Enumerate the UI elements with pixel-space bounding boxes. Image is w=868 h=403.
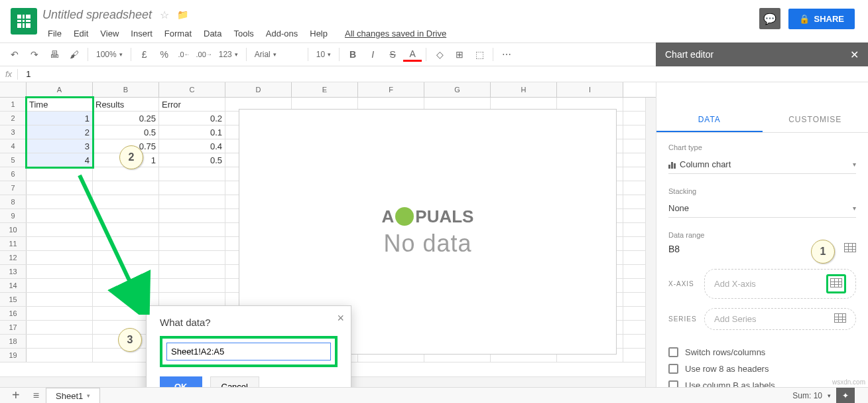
cell[interactable] [93, 223, 159, 236]
font-size-select[interactable]: 10 [312, 45, 335, 64]
cell[interactable] [93, 251, 159, 264]
stacking-select[interactable]: None [668, 199, 856, 218]
cell[interactable] [27, 209, 93, 222]
cell[interactable] [93, 181, 159, 195]
spreadsheet-grid[interactable]: A B C D E F G H I 1TimeResultsError210.2… [0, 82, 656, 387]
sheet-tab-sheet1[interactable]: Sheet1 [46, 388, 100, 404]
cell[interactable]: 0.5 [93, 125, 159, 139]
col-header-d[interactable]: D [225, 82, 292, 97]
cell[interactable] [27, 181, 93, 195]
print-button[interactable]: 🖶 [45, 45, 64, 64]
cell[interactable] [159, 181, 225, 195]
inc-decimal-button[interactable]: .00→ [195, 45, 214, 64]
row-header[interactable]: 9 [0, 209, 27, 222]
all-sheets-button[interactable]: ≡ [27, 390, 46, 402]
cell[interactable] [159, 237, 225, 250]
use-col-labels-checkbox[interactable]: Use column B as labels [668, 380, 856, 387]
status-sum[interactable]: Sum: 10 [792, 391, 822, 400]
add-sheet-button[interactable]: + [5, 388, 27, 403]
cell[interactable] [159, 251, 225, 264]
row-header[interactable]: 19 [0, 349, 27, 362]
cell[interactable] [27, 335, 93, 348]
star-icon[interactable]: ☆ [160, 9, 169, 21]
menu-edit[interactable]: Edit [68, 26, 93, 41]
italic-button[interactable]: I [363, 45, 382, 64]
font-select[interactable]: Arial [251, 45, 304, 64]
cell[interactable] [159, 279, 225, 292]
row-header[interactable]: 6 [0, 167, 27, 181]
dialog-close-icon[interactable]: × [337, 311, 344, 325]
row-header[interactable]: 15 [0, 293, 27, 306]
text-color-button[interactable]: A [403, 47, 422, 62]
row-header[interactable]: 8 [0, 195, 27, 208]
ok-button[interactable]: OK [160, 376, 202, 387]
row-header[interactable]: 11 [0, 237, 27, 250]
move-folder-icon[interactable]: 📁 [177, 9, 188, 20]
tab-data[interactable]: DATA [656, 106, 763, 132]
row-header[interactable]: 18 [0, 335, 27, 348]
paint-format-button[interactable]: 🖌 [65, 45, 84, 64]
col-header-c[interactable]: C [159, 82, 225, 97]
sheets-logo[interactable] [11, 8, 37, 35]
switch-rows-cols-checkbox[interactable]: Switch rows/columns [668, 347, 856, 357]
menu-view[interactable]: View [95, 26, 124, 41]
cancel-button[interactable]: Cancel [210, 376, 259, 387]
cell[interactable] [27, 279, 93, 292]
row-header[interactable]: 17 [0, 321, 27, 334]
comments-button[interactable]: 💬 [759, 8, 780, 29]
strike-button[interactable]: S [383, 45, 402, 64]
col-header-e[interactable]: E [292, 82, 358, 97]
col-header-b[interactable]: B [93, 82, 159, 97]
more-toolbar-button[interactable]: ⋯ [497, 45, 516, 64]
cell[interactable] [27, 265, 93, 278]
cell[interactable] [159, 265, 225, 278]
sidebar-close-icon[interactable]: ✕ [850, 48, 859, 61]
dec-decimal-button[interactable]: .0← [175, 45, 194, 64]
menu-insert[interactable]: Insert [125, 26, 158, 41]
menu-help[interactable]: Help [304, 26, 333, 41]
menu-file[interactable]: File [42, 26, 67, 41]
row-header[interactable]: 12 [0, 251, 27, 264]
cell[interactable]: Time [27, 98, 93, 111]
cell[interactable] [93, 237, 159, 250]
fill-color-button[interactable]: ◇ [430, 45, 449, 64]
cell[interactable] [159, 223, 225, 236]
number-format-select[interactable]: 123 [215, 45, 242, 64]
chart-type-select[interactable]: Column chart [668, 155, 856, 174]
cell[interactable] [27, 251, 93, 264]
tab-customise[interactable]: CUSTOMISE [763, 106, 869, 132]
formula-value[interactable]: 1 [26, 69, 31, 79]
explore-button[interactable]: ✦ [836, 388, 855, 404]
series-grid-icon[interactable] [834, 313, 846, 325]
cell[interactable] [27, 349, 93, 362]
bold-button[interactable]: B [343, 45, 362, 64]
cell[interactable] [159, 195, 225, 208]
col-header-f[interactable]: F [358, 82, 424, 97]
percent-button[interactable]: % [155, 45, 174, 64]
row-header[interactable]: 10 [0, 223, 27, 236]
cell[interactable]: 3 [27, 139, 93, 153]
cell[interactable] [27, 321, 93, 334]
xaxis-grid-icon[interactable] [826, 274, 846, 293]
cell[interactable]: 0.1 [159, 125, 225, 139]
cell[interactable] [93, 167, 159, 181]
row-header[interactable]: 16 [0, 307, 27, 320]
cell[interactable]: 4 [27, 153, 93, 167]
col-header-i[interactable]: I [557, 82, 623, 97]
cell[interactable]: Error [159, 98, 225, 111]
cell[interactable]: 0.25 [93, 112, 159, 125]
currency-button[interactable]: £ [135, 45, 154, 64]
menu-addons[interactable]: Add-ons [261, 26, 303, 41]
doc-title[interactable]: Untitled spreadsheet [42, 8, 152, 22]
row-header[interactable]: 1 [0, 98, 27, 111]
row-header[interactable]: 4 [0, 139, 27, 153]
data-range-value[interactable]: B8 [668, 244, 680, 254]
col-header-a[interactable]: A [27, 82, 93, 97]
select-all-corner[interactable] [0, 82, 27, 97]
cell[interactable]: 0.2 [159, 112, 225, 125]
row-header[interactable]: 13 [0, 265, 27, 278]
col-header-h[interactable]: H [491, 82, 557, 97]
cell[interactable] [27, 293, 93, 306]
row-header[interactable]: 14 [0, 279, 27, 292]
cell[interactable]: 2 [27, 125, 93, 139]
